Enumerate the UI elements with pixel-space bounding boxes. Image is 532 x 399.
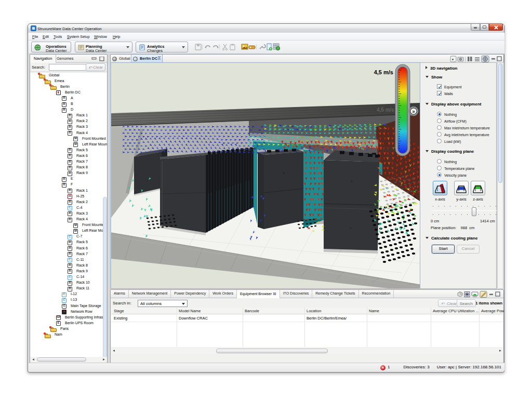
svg-text:4,5 m/s: 4,5 m/s bbox=[377, 107, 394, 113]
svg-text:4,5 m/s: 4,5 m/s bbox=[374, 69, 393, 75]
svg-text:»: » bbox=[412, 109, 415, 114]
svg-text:0 m/s: 0 m/s bbox=[382, 147, 395, 152]
